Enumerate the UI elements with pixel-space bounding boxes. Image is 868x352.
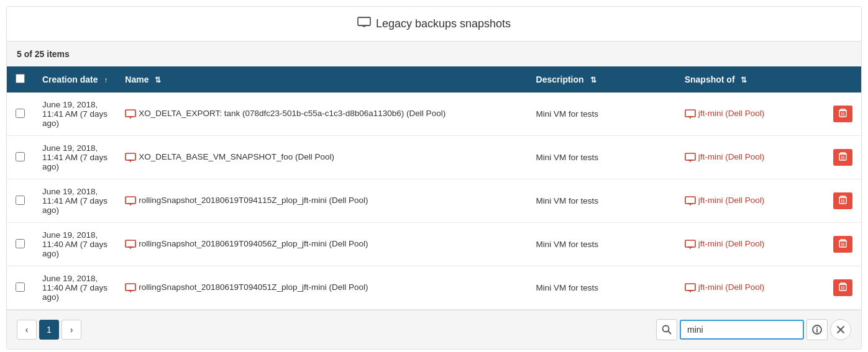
row-checkbox-cell [7,179,34,223]
row-description: Mini VM for tests [528,179,676,223]
svg-rect-9 [839,111,846,117]
items-count: 5 of 25 items [7,42,861,66]
svg-rect-3 [126,110,135,117]
svg-rect-6 [685,110,695,117]
row-snapshot-of: jft-mini (Dell Pool) [676,136,825,179]
svg-rect-22 [839,154,846,160]
vm-icon [125,109,139,118]
delete-button[interactable] [833,149,852,166]
page-wrapper: Legacy backups snapshots 5 of 25 items C… [6,6,862,350]
sort-arrow-up: ↑ [104,76,107,84]
vm-icon [125,239,139,248]
svg-line-69 [669,332,671,334]
row-description: Mini VM for tests [528,93,676,136]
row-name: rollingSnapshot_20180619T094115Z_plop_jf… [116,179,527,223]
svg-rect-58 [685,284,695,291]
clear-search-button[interactable] [830,319,851,340]
snapshot-of-link[interactable]: jft-mini (Dell Pool) [698,282,765,292]
row-snapshot-of: jft-mini (Dell Pool) [676,223,825,266]
row-checkbox[interactable] [16,109,25,118]
table-row: June 19, 2018, 11:41 AM (7 days ago) rol… [7,179,861,223]
sort-arrow-name: ⇅ [155,76,161,84]
row-description: Mini VM for tests [528,266,676,310]
pagination: ‹ 1 › [17,320,81,340]
header-description[interactable]: Description ⇅ [528,66,676,93]
monitor-icon [357,17,371,31]
svg-rect-16 [126,153,135,160]
delete-button[interactable] [833,192,852,209]
row-actions [825,136,861,179]
svg-point-72 [816,327,818,328]
row-actions [825,266,861,310]
row-checkbox[interactable] [16,239,25,248]
row-snapshot-of: jft-mini (Dell Pool) [676,266,825,310]
vm-icon [125,196,139,205]
snapshot-of-link[interactable]: jft-mini (Dell Pool) [698,152,765,161]
row-creation-date: June 19, 2018, 11:40 AM (7 days ago) [34,223,116,266]
snapshot-vm-icon [685,196,698,205]
row-checkbox-cell [7,223,34,266]
svg-rect-45 [685,240,695,247]
table-row: June 19, 2018, 11:41 AM (7 days ago) XO_… [7,93,861,136]
table-body: June 19, 2018, 11:41 AM (7 days ago) XO_… [7,93,861,310]
pagination-page-1[interactable]: 1 [39,320,59,340]
snapshot-vm-icon [685,282,698,292]
page-title: Legacy backups snapshots [376,17,511,30]
row-checkbox-cell [7,136,34,179]
header-name[interactable]: Name ⇅ [116,66,527,93]
delete-button[interactable] [833,236,852,253]
row-checkbox-cell [7,93,34,136]
content-area: 5 of 25 items Creation date ↑ Name [7,42,861,349]
page-header: Legacy backups snapshots [7,7,861,42]
svg-rect-0 [358,17,370,25]
delete-button[interactable] [833,279,852,296]
vm-icon [125,282,139,292]
svg-rect-61 [839,284,846,291]
svg-rect-19 [685,153,695,160]
info-button[interactable] [806,319,828,340]
row-name: XO_DELTA_BASE_VM_SNAPSHOT_foo (Dell Pool… [116,136,527,179]
vm-icon [125,152,139,161]
header-snapshot-of[interactable]: Snapshot of ⇅ [676,66,825,93]
row-name: rollingSnapshot_20180619T094051Z_plop_jf… [116,266,527,310]
search-button[interactable] [656,319,677,340]
table-header-row: Creation date ↑ Name ⇅ Description ⇅ S [7,66,861,93]
svg-rect-55 [126,284,135,291]
row-snapshot-of: jft-mini (Dell Pool) [676,179,825,223]
table-row: June 19, 2018, 11:40 AM (7 days ago) rol… [7,266,861,310]
snapshot-vm-icon [685,109,698,118]
svg-rect-48 [839,241,846,247]
row-checkbox[interactable] [16,196,25,205]
pagination-area: ‹ 1 › [7,310,861,349]
row-name: XO_DELTA_EXPORT: tank (078dfc23-501b-c55… [116,93,527,136]
row-description: Mini VM for tests [528,223,676,266]
delete-button[interactable] [833,106,852,122]
snapshot-of-link[interactable]: jft-mini (Dell Pool) [698,109,765,118]
row-checkbox[interactable] [16,282,25,292]
row-creation-date: June 19, 2018, 11:41 AM (7 days ago) [34,179,116,223]
row-description: Mini VM for tests [528,136,676,179]
snapshot-of-link[interactable]: jft-mini (Dell Pool) [698,196,765,205]
svg-rect-35 [839,197,846,204]
select-all-checkbox[interactable] [16,74,25,83]
search-input[interactable] [680,320,804,340]
row-actions [825,223,861,266]
row-actions [825,93,861,136]
search-area [656,319,851,340]
header-creation-date[interactable]: Creation date ↑ [34,66,116,93]
row-name: rollingSnapshot_20180619T094056Z_plop_jf… [116,223,527,266]
svg-rect-42 [126,240,135,247]
svg-rect-32 [685,197,695,204]
table-container: Creation date ↑ Name ⇅ Description ⇅ S [7,66,861,310]
sort-arrow-snapshot: ⇅ [741,76,747,84]
snapshot-vm-icon [685,152,698,161]
header-actions [825,66,861,93]
snapshot-of-link[interactable]: jft-mini (Dell Pool) [698,239,765,248]
row-actions [825,179,861,223]
pagination-prev[interactable]: ‹ [17,320,37,340]
row-snapshot-of: jft-mini (Dell Pool) [676,93,825,136]
pagination-next[interactable]: › [62,320,81,340]
row-checkbox[interactable] [16,152,25,161]
svg-rect-29 [126,197,135,204]
row-creation-date: June 19, 2018, 11:41 AM (7 days ago) [34,93,116,136]
